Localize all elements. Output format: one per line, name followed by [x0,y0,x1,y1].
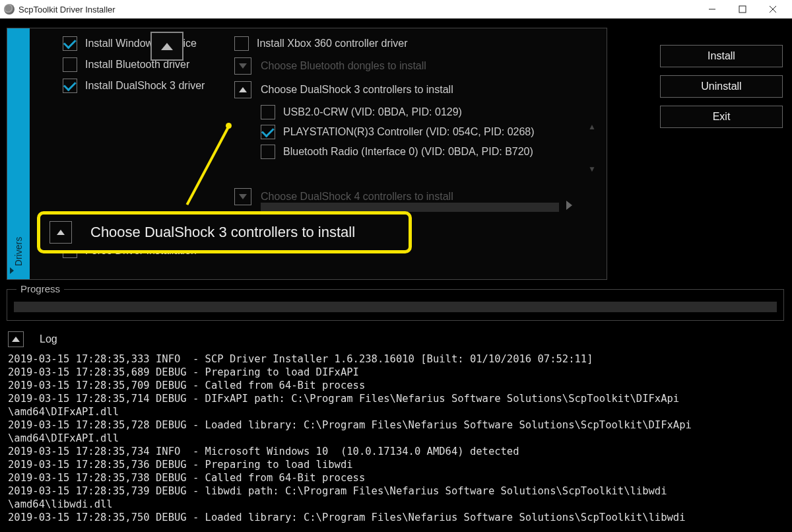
scroll-hint[interactable]: ▲ ▼ [588,122,596,174]
checkbox-windows-service[interactable] [63,36,77,51]
checkbox-xbox360-driver[interactable] [234,36,249,51]
expand-bt-dongles[interactable] [234,57,251,75]
checkbox-ds3-driver[interactable] [63,79,77,93]
annotation-callout: Choose DualShock 3 controllers to instal… [37,211,412,253]
chevron-up-icon [12,337,20,342]
checkbox-device-0[interactable] [261,105,275,119]
chevron-up-icon [161,43,173,50]
chevron-up-icon [57,230,65,235]
expand-ds3-controllers[interactable] [234,81,251,98]
app-body: Drivers Install Windows Service Install … [0,18,792,532]
label-ds3-choose: Choose DualShock 3 controllers to instal… [261,84,453,96]
label-ds4-choose: Choose DualShock 4 controllers to instal… [261,191,453,203]
checkbox-device-1[interactable] [261,125,275,139]
titlebar: ScpToolkit Driver Installer [0,0,792,18]
close-button[interactable] [758,0,788,18]
progress-group: Progress [7,289,784,321]
label-xbox360-driver: Install Xbox 360 controller driver [257,38,408,50]
label-device-2: Bluetooth Radio (Interface 0) (VID: 0BDA… [283,146,533,158]
window-title: ScpToolkit Driver Installer [18,5,116,15]
callout-label: Choose DualShock 3 controllers to instal… [90,224,355,241]
checkbox-bluetooth-driver[interactable] [63,57,77,72]
collapse-log-button[interactable] [8,331,24,347]
svg-rect-1 [739,6,746,13]
chevron-down-icon [239,63,247,69]
chevron-up-icon [239,87,247,92]
label-bt-dongles: Choose Bluetooth dongles to install [261,60,426,72]
label-device-0: USB2.0-CRW (VID: 0BDA, PID: 0129) [283,106,462,118]
log-output[interactable]: 2019-03-15 17:28:35,333 INFO - SCP Drive… [8,352,788,524]
expand-ds4-controllers[interactable] [234,188,251,205]
chevron-left-icon [10,267,14,274]
progress-label: Progress [16,283,64,294]
minimize-button[interactable] [697,0,727,18]
label-ds3-driver: Install DualShock 3 driver [85,80,205,92]
progress-bar [14,302,777,312]
log-label: Log [40,333,57,345]
horizontal-scrollbar[interactable] [261,203,559,212]
drivers-tab-label: Drivers [13,237,24,266]
chevron-right-icon [566,201,572,210]
label-device-1: PLAYSTATION(R)3 Controller (VID: 054C, P… [283,126,535,138]
collapse-panel-button[interactable] [150,32,183,61]
chevron-down-icon [239,194,247,199]
chevron-up-icon: ▲ [588,122,596,131]
exit-button[interactable]: Exit [660,106,783,128]
app-icon [4,4,15,15]
uninstall-button[interactable]: Uninstall [660,75,783,98]
drivers-tab[interactable]: Drivers [7,28,30,279]
install-button[interactable]: Install [660,45,783,67]
callout-expand-icon [50,221,72,244]
log-area: Log 2019-03-15 17:28:35,333 INFO - SCP D… [8,331,788,532]
checkbox-device-2[interactable] [261,145,275,159]
maximize-button[interactable] [727,0,758,18]
chevron-down-icon: ▼ [588,164,596,174]
